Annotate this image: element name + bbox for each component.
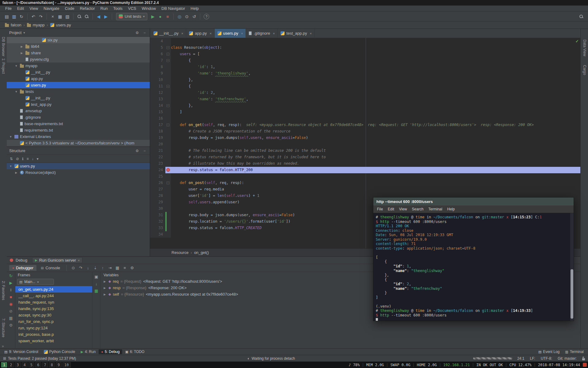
project-item-pyvenv-cfg[interactable]: pyvenv.cfg: [7, 56, 150, 63]
run-to-cursor-icon[interactable]: ⇥: [107, 265, 113, 271]
caret-position[interactable]: 24:1: [517, 356, 524, 361]
expand-arrow-icon[interactable]: ▼: [14, 90, 18, 93]
editor-tab-gitignore[interactable]: .gitignore×: [246, 29, 278, 38]
code-line-19[interactable]: 19 resp.body = json.dumps(self.users, en…: [150, 135, 580, 141]
run-icon[interactable]: ▶: [149, 13, 156, 20]
terminal-menu-edit[interactable]: Edit: [385, 207, 397, 211]
code-line-23[interactable]: 23 # illustrate how this may be overridd…: [150, 160, 580, 167]
menu-file[interactable]: File: [2, 6, 14, 11]
workspace-2[interactable]: 2: [8, 362, 14, 367]
plugin-icon[interactable]: ▦: [94, 289, 98, 293]
settings-icon[interactable]: ⚙: [134, 149, 140, 153]
breadcrumb-myapp[interactable]: myapp: [27, 23, 45, 27]
thread-selector[interactable]: ▤ Main... ▾: [17, 279, 54, 285]
close-icon[interactable]: ×: [78, 259, 80, 262]
project-item-requirements-txt[interactable]: requirements.txt: [7, 127, 150, 133]
step-out-icon[interactable]: ↑: [100, 265, 106, 271]
project-item-external-libraries[interactable]: ▼External Libraries: [7, 133, 150, 140]
expand-arrow-icon[interactable]: ▶: [20, 52, 24, 55]
evaluate-expression-icon[interactable]: ▦: [114, 265, 120, 271]
code-line-14[interactable]: 14− },: [150, 102, 580, 109]
toolwindow-run[interactable]: ▶4: Run: [78, 349, 98, 354]
back-icon[interactable]: ◀: [95, 13, 102, 20]
profiler-icon[interactable]: ⊙: [183, 13, 190, 20]
project-item-six-py[interactable]: six.py: [7, 37, 150, 43]
toolwindow-version-control[interactable]: ▤9: Version Control: [2, 349, 41, 354]
sort-icon[interactable]: ⇅: [10, 157, 13, 161]
menu-navigate[interactable]: Navigate: [41, 6, 62, 11]
expand-arrow-icon[interactable]: ▼: [9, 135, 13, 138]
fold-icon[interactable]: −: [167, 53, 169, 56]
editor-breadcrumb-on-get[interactable]: on_get(): [194, 250, 209, 255]
cut-icon[interactable]: ×: [49, 13, 56, 20]
code-line-9[interactable]: 9 'name': 'theenglishway',: [150, 70, 580, 77]
tool-stripe-data-view[interactable]: Data View: [582, 40, 587, 56]
code-line-24[interactable]: 24 resp.status = falcon.HTTP_200: [150, 167, 580, 173]
code-line-7[interactable]: 7− {: [150, 57, 580, 64]
code-line-26[interactable]: 26− def on_post(self, req, resp):: [150, 180, 580, 186]
tool-stripe-2-favorites[interactable]: 2: Favorites: [1, 281, 6, 300]
code-line-21[interactable]: 21 # The following line can be omitted b…: [150, 148, 580, 154]
stop-icon[interactable]: ■: [10, 295, 12, 299]
expand-arrow-icon[interactable]: ▶: [20, 45, 24, 48]
sync-icon[interactable]: ↻: [18, 13, 25, 20]
project-item-envsetup[interactable]: .envsetup: [7, 108, 150, 114]
project-item-gitignore[interactable]: .gitignore: [7, 114, 150, 121]
find-icon[interactable]: [77, 14, 81, 19]
menu-code[interactable]: Code: [62, 6, 77, 11]
replace-icon[interactable]: [85, 14, 89, 19]
tool-stripe-1-project[interactable]: 1: Project: [1, 58, 6, 74]
settings-icon[interactable]: ⚙: [9, 323, 13, 328]
terminal-menu-help[interactable]: Help: [445, 207, 457, 211]
restore-layout-icon[interactable]: ▦: [9, 316, 13, 320]
expand-arrow-icon[interactable]: ▶: [103, 286, 107, 289]
project-item-test-app-py[interactable]: test_app.py: [7, 101, 150, 108]
toolwindow-todo[interactable]: ▣6: TODO: [123, 349, 147, 354]
tool-stripe-cargo[interactable]: Cargo: [582, 65, 587, 75]
project-item-app-py[interactable]: app.py: [7, 75, 150, 82]
rerun-icon[interactable]: ↻: [9, 274, 13, 278]
project-item-lib64[interactable]: ▶lib64: [7, 43, 150, 50]
editor-breadcrumb-resource[interactable]: Resource: [172, 250, 189, 255]
info-icon[interactable]: ℹ: [22, 157, 24, 161]
editor-tab-init-py[interactable]: __init__.py×: [151, 29, 186, 38]
fold-icon[interactable]: −: [167, 46, 169, 49]
expand-arrow-icon[interactable]: ▼: [9, 165, 13, 168]
notification-icon[interactable]: [583, 363, 587, 367]
frame-run-for-one-sync-p[interactable]: run_for_one, sync.p: [15, 318, 92, 325]
debug-tab-debugger[interactable]: ●Debugger: [9, 265, 36, 271]
resume-icon[interactable]: ▶: [9, 281, 13, 285]
coverage-icon[interactable]: ◎: [176, 13, 183, 20]
code-line-15[interactable]: 15 ]: [150, 109, 580, 115]
force-step-into-icon[interactable]: ⇣: [92, 265, 98, 271]
frame-accept-sync-py-30[interactable]: accept, sync.py:30: [15, 312, 92, 318]
expand-arrow-icon[interactable]: ▶: [103, 280, 107, 283]
close-icon[interactable]: ×: [181, 32, 183, 35]
code-line-16[interactable]: 16: [150, 115, 580, 122]
debug-tab-console[interactable]: ▤Console: [38, 265, 63, 271]
tool-stripe-db-browser[interactable]: DB Browser: [1, 37, 6, 56]
breadcrumb-users-py[interactable]: users.py: [50, 23, 71, 27]
hide-icon[interactable]: −: [142, 31, 147, 35]
project-item-init-py[interactable]: __init__.py: [7, 69, 150, 75]
code-line-18[interactable]: 18 # Create a JSON representation of the…: [150, 128, 580, 135]
step-over-icon[interactable]: ↷: [77, 265, 84, 271]
code-line-6[interactable]: 6− users = [: [150, 51, 580, 57]
workspace-5[interactable]: 5: [28, 362, 34, 367]
terminal-scrollbar[interactable]: [570, 213, 574, 321]
fold-icon[interactable]: −: [167, 124, 169, 126]
show-execution-point-icon[interactable]: ⊙: [70, 265, 76, 271]
editor-tab-users-py[interactable]: users.py×: [215, 29, 246, 38]
line-separator[interactable]: LF:: [530, 356, 535, 361]
terminal-menu-file[interactable]: File: [375, 207, 385, 211]
project-item-myapp[interactable]: ▼myapp: [7, 63, 150, 69]
menu-tools[interactable]: Tools: [111, 6, 125, 11]
file-encoding[interactable]: UTF-8:: [541, 356, 552, 361]
chevron-down-icon[interactable]: ▾: [23, 31, 25, 34]
hide-icon[interactable]: −: [142, 149, 147, 153]
view-breakpoints-icon[interactable]: ◉: [9, 302, 13, 306]
frame-on-get-users-py-24[interactable]: on_get, users.py:24: [15, 286, 92, 293]
toolwindow-python-console[interactable]: Python Console: [41, 349, 78, 354]
settings-icon[interactable]: ⚙: [129, 265, 135, 271]
project-item-users-py[interactable]: users.py: [7, 82, 150, 88]
